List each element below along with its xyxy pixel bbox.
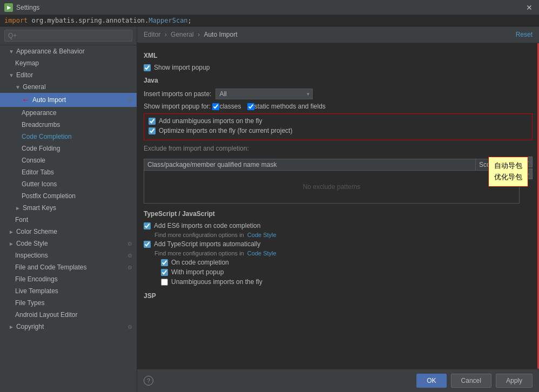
sidebar-item-general[interactable]: ▼ General <box>0 81 137 93</box>
annotation-box: 自动导包 优化导包 <box>488 157 528 187</box>
arrow-icon: ▼ <box>9 72 14 78</box>
arrow-icon: ▼ <box>15 84 21 90</box>
add-es6-checkbox[interactable] <box>144 222 151 229</box>
add-typescript-checkbox[interactable] <box>144 241 151 248</box>
add-unambiguous-row: Add unambiguous imports on the fly <box>149 117 528 125</box>
code-rest: org.mybatis.spring.annotation. <box>28 17 149 24</box>
optimize-imports-checkbox[interactable] <box>149 127 156 134</box>
exclude-table-header: Class/package/member qualified name mask… <box>144 159 519 171</box>
sidebar-item-label: Breadcrumbs <box>22 121 60 129</box>
sidebar-item-smart-keys[interactable]: ► Smart Keys <box>0 202 137 214</box>
col-name-header: Class/package/member qualified name mask <box>144 159 476 170</box>
button-group: OK Cancel Apply <box>416 374 533 388</box>
sidebar-item-label: File and Code Templates <box>15 263 87 271</box>
add-unambiguous-checkbox[interactable] <box>149 118 156 125</box>
add-es6-label: Add ES6 imports on code completion <box>154 222 260 229</box>
sidebar: ▼ Appearance & Behavior Keymap ▼ Editor … <box>0 26 137 392</box>
java-section-title: Java <box>144 77 533 84</box>
insert-imports-select[interactable]: All Ask None <box>215 89 313 99</box>
sidebar-item-label: Editor <box>16 71 33 79</box>
classes-label: classes <box>219 103 241 110</box>
sidebar-item-label: General <box>23 83 46 91</box>
unambiguous-imports-row: Unambiguous imports on the fly <box>144 278 533 286</box>
sidebar-item-label: Inspections <box>15 252 48 259</box>
code-style-link-1[interactable]: Code Style <box>247 232 277 238</box>
highlighted-options-box: Add unambiguous imports on the fly Optim… <box>144 113 533 140</box>
show-import-popup-label: Show import popup for: <box>144 103 211 110</box>
exclude-table-body: No exclude patterns <box>144 171 519 203</box>
settings-icon: ⚙ <box>127 265 132 271</box>
arrow-icon: ► <box>9 324 14 330</box>
jsp-section-title: JSP <box>144 292 533 300</box>
sidebar-item-color-scheme[interactable]: ► Color Scheme <box>0 226 137 238</box>
sidebar-item-file-types[interactable]: File Types <box>0 297 137 309</box>
panel-header: Editor › General › Auto Import Reset <box>137 26 539 43</box>
sidebar-item-font[interactable]: Font <box>0 214 137 226</box>
with-import-popup-checkbox[interactable] <box>161 269 168 276</box>
sidebar-item-label: Appearance & Behavior <box>16 48 85 55</box>
ok-button[interactable]: OK <box>416 374 446 388</box>
on-code-completion-label: On code completion <box>171 259 229 266</box>
xml-section: XML Show import popup <box>144 52 533 71</box>
sidebar-item-editor[interactable]: ▼ Editor <box>0 69 137 81</box>
typescript-section: TypeScript / JavaScript Add ES6 imports … <box>144 210 533 286</box>
bottom-bar: ? OK Cancel Apply <box>137 369 539 392</box>
optimize-imports-label: Optimize imports on the fly (for current… <box>159 127 292 134</box>
sidebar-item-console[interactable]: Console <box>0 154 137 166</box>
sidebar-item-auto-import[interactable]: ← Auto Import ⚙ <box>0 93 137 107</box>
sidebar-item-code-completion[interactable]: Code Completion <box>0 131 137 143</box>
exclude-section: Exclude from import and completion: Clas… <box>144 145 533 204</box>
sidebar-item-label: Appearance <box>22 109 57 117</box>
sidebar-item-inspections[interactable]: Inspections ⚙ <box>0 249 137 261</box>
sidebar-item-copyright[interactable]: ► Copyright ⚙ <box>0 321 137 333</box>
breadcrumb-current: Auto Import <box>204 31 237 38</box>
sidebar-item-code-folding[interactable]: Code Folding <box>0 143 137 154</box>
insert-imports-row: Insert imports on paste: All Ask None <box>144 89 533 99</box>
search-box[interactable] <box>0 26 137 45</box>
with-import-popup-row: With import popup <box>144 268 533 276</box>
sidebar-item-postfix-completion[interactable]: Postfix Completion <box>0 190 137 202</box>
cancel-button[interactable]: Cancel <box>451 374 491 388</box>
import-keyword: import <box>4 17 28 24</box>
apply-button[interactable]: Apply <box>496 374 533 388</box>
static-methods-checkbox[interactable] <box>247 103 254 110</box>
unambiguous-imports-checkbox[interactable] <box>161 279 168 286</box>
sidebar-item-appearance[interactable]: Appearance <box>0 107 137 119</box>
panel-body: 自动导包 优化导包 XML Show import popup Java Ins… <box>137 43 539 369</box>
sidebar-item-label: Live Templates <box>15 287 58 295</box>
reset-button[interactable]: Reset <box>516 31 533 38</box>
breadcrumb-part-2: General <box>171 31 194 38</box>
main-content: ▼ Appearance & Behavior Keymap ▼ Editor … <box>0 26 539 392</box>
typescript-section-title: TypeScript / JavaScript <box>144 210 533 218</box>
title-bar: ▶ Settings ✕ <box>0 0 539 15</box>
sidebar-item-android-layout-editor[interactable]: Android Layout Editor <box>0 309 137 321</box>
sidebar-item-file-encodings[interactable]: File Encodings <box>0 273 137 285</box>
sidebar-item-code-style[interactable]: ► Code Style ⚙ <box>0 238 137 249</box>
on-code-completion-checkbox[interactable] <box>161 259 168 266</box>
close-button[interactable]: ✕ <box>524 3 535 12</box>
show-import-popup-xml-checkbox[interactable] <box>144 64 151 71</box>
sidebar-item-label: Code Completion <box>22 133 72 140</box>
search-input[interactable] <box>4 30 132 42</box>
sidebar-item-gutter-icons[interactable]: Gutter Icons <box>0 178 137 190</box>
sidebar-item-label: Android Layout Editor <box>15 311 77 319</box>
insert-imports-dropdown-wrapper[interactable]: All Ask None <box>215 89 313 99</box>
add-typescript-label: Add TypeScript imports automatically <box>154 240 260 248</box>
sidebar-item-live-templates[interactable]: Live Templates <box>0 285 137 297</box>
code-style-link-2[interactable]: Code Style <box>247 250 277 256</box>
sidebar-item-appearance-behavior[interactable]: ▼ Appearance & Behavior <box>0 45 137 57</box>
sidebar-item-editor-tabs[interactable]: Editor Tabs <box>0 166 137 178</box>
sidebar-item-file-code-templates[interactable]: File and Code Templates ⚙ <box>0 261 137 273</box>
sidebar-item-keymap[interactable]: Keymap <box>0 57 137 69</box>
sidebar-item-label: File Types <box>15 299 44 307</box>
sidebar-item-label: Font <box>15 216 28 224</box>
classes-checkbox[interactable] <box>212 103 219 110</box>
static-methods-label: static methods and fields <box>254 103 326 110</box>
help-button[interactable]: ? <box>144 376 153 386</box>
arrow-icon: ► <box>15 205 21 211</box>
annotation-line2: 优化导包 <box>494 172 522 183</box>
code-preview: import org.mybatis.spring.annotation.Map… <box>0 15 539 26</box>
settings-icon: ⚙ <box>127 97 132 103</box>
sidebar-item-breadcrumbs[interactable]: Breadcrumbs <box>0 119 137 131</box>
code-suffix: ; <box>188 17 192 24</box>
